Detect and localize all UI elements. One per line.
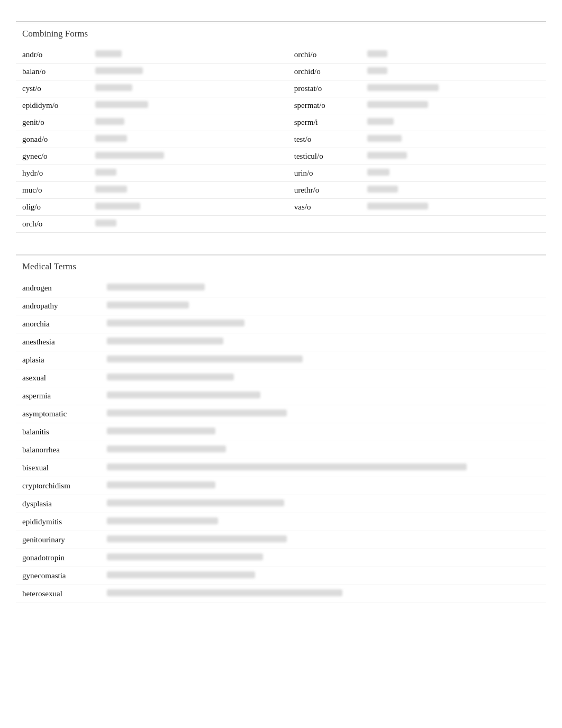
combining-form-definition xyxy=(361,47,546,63)
medical-term: dysplasia xyxy=(16,495,101,513)
combining-form-term: balan/o xyxy=(16,63,89,80)
medical-term: gonadotropin xyxy=(16,549,101,567)
table-row: cyst/oprostat/o xyxy=(16,80,546,97)
medical-term-definition xyxy=(101,387,546,405)
combining-form-term: gynec/o xyxy=(16,148,89,165)
combining-form-definition xyxy=(89,165,274,182)
medical-term: aspermia xyxy=(16,387,101,405)
medical-term: anorchia xyxy=(16,315,101,333)
medical-term: heterosexual xyxy=(16,585,101,603)
combining-form-term: genit/o xyxy=(16,114,89,131)
table-row: bisexual xyxy=(16,459,546,477)
combining-form-term: urin/o xyxy=(288,165,361,182)
medical-term-definition xyxy=(101,459,546,477)
medical-term: gynecomastia xyxy=(16,567,101,585)
table-row: balanitis xyxy=(16,423,546,441)
combining-form-definition xyxy=(89,97,274,114)
table-row: asexual xyxy=(16,369,546,387)
table-row: aspermia xyxy=(16,387,546,405)
medical-terms-table: androgenandropathyanorchiaanesthesiaapla… xyxy=(16,279,546,603)
combining-form-definition xyxy=(89,63,274,80)
table-row: asymptomatic xyxy=(16,405,546,423)
combining-form-definition xyxy=(361,182,546,199)
combining-form-term: prostat/o xyxy=(288,80,361,97)
combining-form-definition xyxy=(361,114,546,131)
combining-form-definition xyxy=(89,47,274,63)
combining-form-term: sperm/i xyxy=(288,114,361,131)
medical-term-definition xyxy=(101,585,546,603)
combining-forms-table: andr/oorchi/obalan/oorchid/ocyst/oprosta… xyxy=(16,47,546,233)
combining-form-definition xyxy=(361,97,546,114)
table-row: olig/ovas/o xyxy=(16,199,546,216)
table-row: epididym/ospermat/o xyxy=(16,97,546,114)
combining-form-term: gonad/o xyxy=(16,131,89,148)
combining-form-definition xyxy=(361,80,546,97)
combining-forms-header: Combining Forms xyxy=(16,23,546,44)
medical-term: asexual xyxy=(16,369,101,387)
combining-form-definition xyxy=(89,182,274,199)
table-row: anorchia xyxy=(16,315,546,333)
medical-term-definition xyxy=(101,495,546,513)
medical-term-definition xyxy=(101,351,546,369)
combining-form-definition xyxy=(89,131,274,148)
combining-forms-section: Combining Forms andr/oorchi/obalan/oorch… xyxy=(16,21,546,233)
medical-terms-header: Medical Terms xyxy=(16,256,546,277)
table-row: aplasia xyxy=(16,351,546,369)
table-row: hydr/ourin/o xyxy=(16,165,546,182)
table-row: balan/oorchid/o xyxy=(16,63,546,80)
combining-form-term: spermat/o xyxy=(288,97,361,114)
combining-form-definition xyxy=(89,148,274,165)
combining-form-term: andr/o xyxy=(16,47,89,63)
table-row: heterosexual xyxy=(16,585,546,603)
table-row: balanorrhea xyxy=(16,441,546,459)
table-row: epididymitis xyxy=(16,513,546,531)
medical-term: aplasia xyxy=(16,351,101,369)
medical-term-definition xyxy=(101,405,546,423)
medical-term: genitourinary xyxy=(16,531,101,549)
combining-form-definition xyxy=(361,131,546,148)
combining-form-term: vas/o xyxy=(288,199,361,216)
combining-form-definition xyxy=(89,216,274,233)
medical-terms-section: Medical Terms androgenandropathyanorchia… xyxy=(16,254,546,603)
medical-term: asymptomatic xyxy=(16,405,101,423)
combining-form-term: orchid/o xyxy=(288,63,361,80)
medical-term: andropathy xyxy=(16,297,101,315)
table-row: gonadotropin xyxy=(16,549,546,567)
combining-form-term: urethr/o xyxy=(288,182,361,199)
combining-form-term: orchi/o xyxy=(288,47,361,63)
table-row: genitourinary xyxy=(16,531,546,549)
table-row: anesthesia xyxy=(16,333,546,351)
combining-form-definition xyxy=(361,165,546,182)
medical-term: anesthesia xyxy=(16,333,101,351)
medical-term-definition xyxy=(101,513,546,531)
medical-term: balanitis xyxy=(16,423,101,441)
medical-term-definition xyxy=(101,369,546,387)
table-row: gynecomastia xyxy=(16,567,546,585)
combining-form-definition xyxy=(361,148,546,165)
medical-term-definition xyxy=(101,549,546,567)
combining-form-term: test/o xyxy=(288,131,361,148)
medical-term-definition xyxy=(101,315,546,333)
medical-term-definition xyxy=(101,441,546,459)
medical-term: balanorrhea xyxy=(16,441,101,459)
combining-form-term: hydr/o xyxy=(16,165,89,182)
table-row: dysplasia xyxy=(16,495,546,513)
table-row: andr/oorchi/o xyxy=(16,47,546,63)
table-row: cryptorchidism xyxy=(16,477,546,495)
table-row: orch/o xyxy=(16,216,546,233)
medical-term-definition xyxy=(101,477,546,495)
combining-form-definition xyxy=(89,199,274,216)
combining-form-definition xyxy=(89,80,274,97)
medical-term-definition xyxy=(101,297,546,315)
combining-form-term: olig/o xyxy=(16,199,89,216)
table-row: genit/osperm/i xyxy=(16,114,546,131)
combining-form-term: orch/o xyxy=(16,216,89,233)
table-row: gonad/otest/o xyxy=(16,131,546,148)
combining-form-term: muc/o xyxy=(16,182,89,199)
combining-form-term: cyst/o xyxy=(16,80,89,97)
table-row: androgen xyxy=(16,279,546,297)
combining-form-definition xyxy=(361,199,546,216)
medical-term-definition xyxy=(101,279,546,297)
table-row: muc/ourethr/o xyxy=(16,182,546,199)
combining-form-definition xyxy=(89,114,274,131)
